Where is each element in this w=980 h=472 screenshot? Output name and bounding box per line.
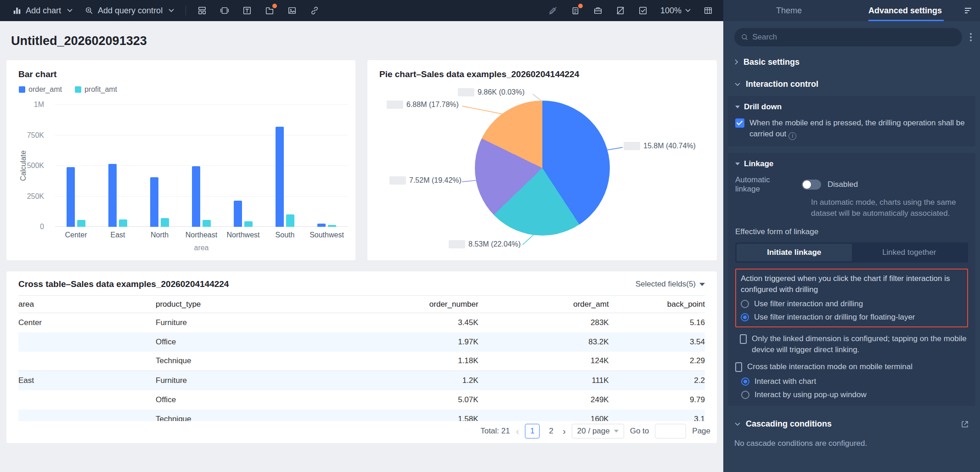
radio-label: Interact with chart — [755, 377, 816, 386]
grid-view-icon[interactable] — [703, 6, 713, 16]
x-category-label: Northwest — [222, 231, 264, 239]
chevron-down-icon — [614, 430, 619, 433]
pie-label-tag — [624, 142, 640, 150]
drill-checkbox-checked[interactable] — [735, 118, 744, 128]
bar-order_amt[interactable] — [67, 167, 75, 227]
linkage-header[interactable]: Linkage — [735, 159, 968, 169]
page-size-select[interactable]: 20 / page — [572, 424, 624, 438]
tab-component-icon[interactable] — [265, 6, 275, 16]
column-header-back_point: back_point — [609, 296, 705, 313]
prev-page-icon[interactable]: ‹ — [516, 427, 519, 436]
column-header-order_number: order_number — [334, 296, 479, 313]
radio-unselected-icon[interactable] — [741, 300, 749, 308]
carousel-icon[interactable] — [220, 6, 230, 16]
legend-item-order-amt[interactable]: order_amt — [19, 85, 62, 94]
radio-label: Use filter interaction or drilling for f… — [754, 313, 915, 322]
cross-mode-radio-group: Interact with chart Interact by using po… — [735, 377, 968, 399]
publish-check-icon[interactable] — [638, 6, 648, 16]
bar-xlabels: CenterEastNorthNortheastNorthwestSouthSo… — [55, 231, 348, 239]
toggle-state-label: Disabled — [828, 180, 858, 189]
linkage-panel: Linkage Automatic linkage Disabled In au… — [728, 153, 975, 406]
collapse-triangle-icon — [735, 106, 740, 108]
table-row[interactable]: Technique1.18K124K2.29 — [18, 352, 705, 371]
radio-unselected-icon[interactable] — [741, 391, 749, 399]
more-options-icon[interactable] — [968, 31, 974, 43]
cell-order_number: 1.97K — [334, 332, 479, 352]
image-icon[interactable] — [287, 6, 297, 16]
preview-off-icon[interactable] — [615, 6, 625, 16]
external-link-icon[interactable] — [961, 420, 969, 428]
pie-chart-card[interactable]: Pie chart–Sales data examples_2026020414… — [367, 60, 717, 260]
add-query-control-label: Add query control — [98, 6, 163, 16]
cell-order_amt: 283K — [479, 313, 609, 332]
bar-order_amt[interactable] — [150, 177, 158, 227]
drill-down-header[interactable]: Drill down — [735, 102, 968, 112]
bar-profit_amt[interactable] — [203, 220, 211, 227]
table-row[interactable]: Office5.07K249K9.79 — [18, 390, 705, 410]
radio-filter-or-drilling[interactable]: Use filter interaction or drilling for f… — [741, 313, 963, 322]
page-button-current[interactable]: 1 — [525, 424, 540, 438]
automatic-linkage-toggle-off[interactable] — [802, 180, 821, 190]
bar-order_amt[interactable] — [317, 224, 326, 227]
section-interaction-control[interactable]: Interaction control — [723, 73, 980, 95]
radio-label: Interact by using pop-up window — [755, 390, 867, 399]
bar-profit_amt[interactable] — [161, 218, 169, 227]
search-input[interactable] — [752, 33, 955, 42]
text-component-icon[interactable] — [242, 6, 252, 16]
info-icon[interactable]: i — [789, 132, 796, 140]
tab-linked-together[interactable]: Linked together — [852, 244, 967, 261]
cross-mode-label: Cross table interaction mode on mobile t… — [747, 361, 912, 372]
tab-theme[interactable]: Theme — [764, 0, 814, 21]
page-button[interactable]: 2 — [546, 427, 557, 436]
pie-circle[interactable] — [475, 101, 610, 236]
linked-dimension-note: Only the linked dimension is configured;… — [735, 333, 968, 355]
cross-table-title: Cross table–Sales data examples_20260204… — [18, 279, 229, 289]
bar-profit_amt[interactable] — [286, 214, 294, 227]
bar-order_amt[interactable] — [192, 166, 200, 227]
bar-order_amt[interactable] — [108, 164, 117, 227]
cell-back_point: 2.2 — [609, 371, 705, 390]
add-query-control-button[interactable]: Add query control — [79, 0, 181, 21]
tab-advanced-settings[interactable]: Advanced settings — [859, 0, 951, 21]
cell-product_type: Technique — [156, 352, 334, 371]
radio-filter-and-drilling[interactable]: Use filter interaction and drilling — [741, 299, 963, 309]
table-row[interactable]: CenterFurniture3.45K283K5.16 — [18, 313, 705, 332]
panel-menu-icon[interactable] — [963, 6, 973, 17]
table-row[interactable]: EastFurniture1.2K111K2.2 — [18, 371, 705, 390]
section-basic-settings[interactable]: Basic settings — [723, 51, 980, 73]
goto-page-input[interactable] — [655, 424, 686, 438]
tab-initiate-linkage[interactable]: Initiate linkage — [737, 244, 852, 261]
automatic-linkage-label: Automatic linkage — [735, 175, 795, 194]
search-box[interactable] — [734, 28, 962, 46]
next-page-icon[interactable]: › — [563, 427, 566, 436]
pie-label-text: 9.86K (0.03%) — [478, 88, 524, 96]
radio-selected-icon[interactable] — [741, 313, 749, 321]
bar-profit_amt[interactable] — [244, 221, 253, 227]
cross-table-card[interactable]: Cross table–Sales data examples_20260204… — [6, 271, 717, 443]
radio-selected-icon[interactable] — [741, 377, 749, 386]
bar-profit_amt[interactable] — [328, 225, 336, 227]
briefcase-icon[interactable] — [593, 6, 603, 16]
bar-chart-card[interactable]: Bar chart order_amt profit_amt Calculate… — [6, 60, 355, 260]
table-row[interactable]: Office1.97K83.2K3.54 — [18, 332, 705, 352]
component-layout-icon[interactable] — [197, 6, 207, 16]
section-cascading-conditions[interactable]: Cascading conditions — [723, 413, 980, 435]
material-icon[interactable] — [570, 6, 580, 16]
bar-order_amt[interactable] — [276, 127, 284, 227]
bar-order_amt[interactable] — [234, 201, 242, 227]
zoom-control[interactable]: 100% — [660, 6, 691, 16]
radio-interact-with-chart[interactable]: Interact with chart — [741, 377, 968, 386]
link-icon[interactable] — [310, 6, 320, 16]
add-chart-button[interactable]: Add chart — [7, 0, 79, 21]
bar-profit_amt[interactable] — [119, 219, 127, 227]
cell-order_number: 1.2K — [334, 371, 479, 390]
cross-table: areaproduct_typeorder_numberorder_amtbac… — [18, 295, 705, 429]
legend-item-profit-amt[interactable]: profit_amt — [75, 85, 117, 94]
bar-profit_amt[interactable] — [77, 220, 85, 227]
pie-slice-label: 7.52M (19.42%) — [389, 176, 462, 185]
radio-interact-popup[interactable]: Interact by using pop-up window — [741, 390, 968, 399]
cross-table-body: CenterFurniture3.45K283K5.16Office1.97K8… — [18, 313, 705, 429]
selected-fields-dropdown[interactable]: Selected fields(5) — [636, 280, 705, 289]
magic-pen-disabled-icon[interactable] — [548, 6, 558, 16]
page-size-value: 20 / page — [577, 427, 610, 436]
